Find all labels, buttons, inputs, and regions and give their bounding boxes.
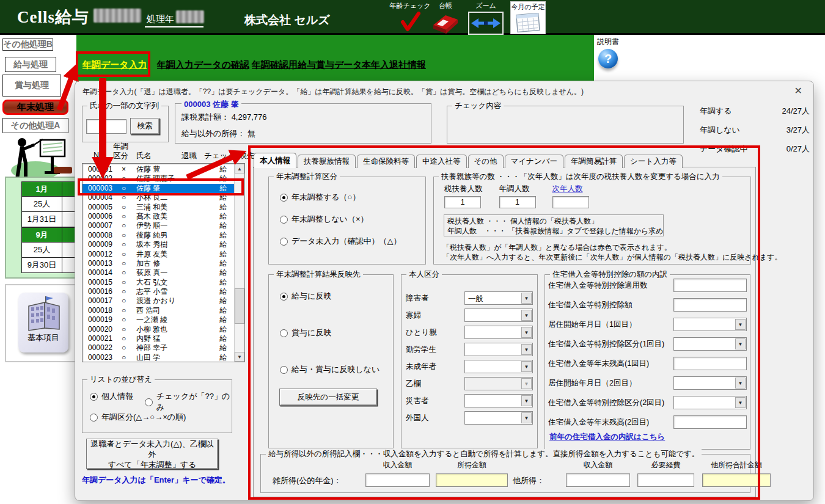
help-icon[interactable]: ? bbox=[598, 49, 618, 68]
ledger-tool[interactable]: 台帳 bbox=[429, 1, 462, 34]
reflect-option-bonus[interactable]: 賞与に反映 bbox=[280, 327, 331, 338]
tax-dependents-input[interactable] bbox=[444, 196, 481, 208]
schedule-tool[interactable]: 今月の予定 bbox=[510, 1, 546, 34]
list-item[interactable]: 000013 ○ 加古 修 給 bbox=[82, 259, 234, 268]
calc-option-dont[interactable]: 年末調整しない（×） bbox=[280, 214, 369, 225]
list-item[interactable]: 000012 ○ 井原 友美 給 bbox=[82, 250, 234, 259]
tabstrip: 本人情報 扶養親族情報 生命保険料等 中途入社等 その他 マイナンバー 年調簡易… bbox=[254, 153, 684, 168]
radio-icon bbox=[280, 216, 288, 224]
other-income-amount-input[interactable] bbox=[566, 473, 630, 487]
schedule-label: 今月の予定 bbox=[511, 2, 545, 12]
list-item[interactable]: 000015 ○ 大石 弘文 給 bbox=[82, 278, 234, 287]
housing-input[interactable] bbox=[673, 415, 747, 429]
calc-option-pending[interactable]: データ未入力（確認中）（△） bbox=[280, 236, 402, 247]
reflect-option-none[interactable]: 給与・賞与に反映しない bbox=[280, 364, 380, 375]
sort-option-kubun-order[interactable]: 年調区分(△→○→×の順) bbox=[90, 412, 186, 423]
chevron-down-icon: ▼ bbox=[521, 412, 532, 423]
manual-widget: 説明書 ? bbox=[594, 37, 622, 68]
honnin-select[interactable]: ▼ bbox=[464, 326, 533, 339]
reflect-option-salary[interactable]: 給与に反映 bbox=[280, 291, 331, 302]
list-item[interactable]: 000004 ○ 小林 良二 給 bbox=[82, 193, 234, 202]
housing-select[interactable]: ▼ bbox=[673, 337, 747, 351]
list-item[interactable]: 000008 ○ 後藤 純男 給 bbox=[82, 231, 234, 240]
basic-items-button[interactable]: 基本項目 bbox=[18, 293, 68, 352]
misc-income-calc-input[interactable] bbox=[436, 473, 508, 487]
list-item[interactable]: 000005 ○ 三浦 和美 給 bbox=[82, 203, 234, 212]
other-income-group-label: 給与所得以外の所得記入欄・・・収入金額を入力すると自動で所得を計算します。直接所… bbox=[266, 449, 702, 459]
list-item[interactable]: 000007 ○ 伊勢 順一 給 bbox=[82, 221, 234, 230]
list-item[interactable]: 000017 ○ 渡邉 かおり 給 bbox=[82, 296, 234, 305]
scrollbar-thumb[interactable] bbox=[235, 288, 244, 324]
next-year-dependents-input[interactable] bbox=[552, 196, 589, 208]
tab[interactable]: 本人情報 bbox=[254, 153, 296, 168]
scroll-down-icon[interactable]: ▼ bbox=[235, 352, 244, 362]
menu-link-confirm-payroll-data[interactable]: 年調確認用給与賞与データ bbox=[252, 59, 362, 71]
menu-link-hire-retire-info[interactable]: 本年入退社情報 bbox=[362, 59, 426, 71]
list-item[interactable]: 000022 ○ 神部 幸子 給 bbox=[82, 343, 234, 352]
search-button[interactable]: 検索 bbox=[130, 118, 160, 134]
list-item[interactable]: 000021 ○ 内野 猛 給 bbox=[82, 334, 234, 343]
other-income-total-input[interactable] bbox=[702, 473, 771, 487]
sidebar-button[interactable]: 給与処理 bbox=[5, 57, 56, 72]
honnin-select[interactable]: ▼ bbox=[464, 360, 533, 373]
housing-input[interactable] bbox=[673, 357, 747, 370]
zoom-label: ズーム bbox=[466, 1, 505, 10]
honnin-select[interactable]: 一般 ▼ bbox=[464, 291, 533, 305]
sidebar-button[interactable]: その他処理B bbox=[2, 38, 53, 51]
nencho-dependents-input[interactable] bbox=[499, 196, 536, 208]
list-item[interactable]: 000014 ○ 荻原 真一 給 bbox=[82, 268, 234, 277]
misc-income-amount-input[interactable] bbox=[365, 473, 430, 487]
list-item[interactable]: 000009 ○ 坂本 秀樹 給 bbox=[82, 240, 234, 249]
previous-year-housing-link[interactable]: 前年の住宅借入金の内訳はこちら bbox=[549, 432, 665, 442]
honnin-select[interactable]: ▼ bbox=[464, 377, 533, 390]
scroll-up-icon[interactable]: ▲ bbox=[235, 164, 244, 173]
tab[interactable]: その他 bbox=[468, 155, 504, 168]
calc-kubun-label: 年末調整計算区分 bbox=[274, 172, 340, 182]
sidebar-button[interactable]: 年末処理 bbox=[2, 100, 68, 115]
age-check-tool[interactable]: 年齢チェック bbox=[387, 1, 433, 32]
next-year-link-label[interactable]: 次年人数 bbox=[552, 184, 589, 194]
bulk-nencho-button[interactable]: 退職者とデータ未入力(△)、乙欄以外 すべて「年末調整」する bbox=[86, 439, 218, 469]
tab[interactable]: 中途入社等 bbox=[416, 155, 467, 168]
list-item[interactable]: 000016 ○ 志平 小雪 給 bbox=[82, 287, 234, 296]
zoom-tool[interactable]: ズーム bbox=[466, 1, 505, 35]
list-item[interactable]: 000001 × 佐藤 豊 給 bbox=[82, 165, 234, 174]
menu-link-input-data-check[interactable]: 年調入力データの確認 bbox=[157, 59, 249, 71]
housing-input[interactable] bbox=[673, 279, 747, 292]
calc-option-do[interactable]: 年末調整する（○） bbox=[280, 192, 360, 203]
chevron-down-icon: ▼ bbox=[521, 395, 532, 406]
other-income-label: 他所得： bbox=[513, 475, 544, 486]
close-icon[interactable]: ✕ bbox=[794, 85, 802, 97]
honnin-select[interactable]: ▼ bbox=[464, 343, 533, 356]
housing-select[interactable]: ▼ bbox=[673, 376, 747, 390]
list-item[interactable]: 000019 ○ 一之瀬 綾 給 bbox=[82, 315, 234, 324]
honnin-select[interactable]: ▼ bbox=[464, 411, 533, 425]
sidebar: 給与処理 賞与処理 年末処理 その他処理A その他処理B bbox=[0, 35, 76, 504]
menu-link-nencho-data-input[interactable]: 年調データ入力 bbox=[82, 59, 147, 71]
list-scrollbar[interactable]: ▲ ▼ bbox=[234, 164, 244, 362]
tab[interactable]: 年調簡易計算 bbox=[565, 155, 623, 168]
tab[interactable]: 生命保険料等 bbox=[357, 155, 415, 168]
tab[interactable]: 扶養親族情報 bbox=[298, 155, 356, 168]
list-item[interactable]: 000023 ○ 山田 学 給 bbox=[82, 353, 234, 362]
bulk-reflect-button[interactable]: 反映先の一括変更 bbox=[279, 389, 377, 406]
other-income-expense-input[interactable] bbox=[637, 473, 694, 487]
housing-select[interactable]: ▼ bbox=[673, 396, 747, 409]
list-item[interactable]: 000018 ○ 西 浩司 給 bbox=[82, 306, 234, 315]
housing-select[interactable]: ▼ bbox=[673, 318, 747, 331]
honnin-select[interactable]: ▼ bbox=[464, 309, 533, 322]
list-item[interactable]: 000003 ○ 佐藤 肇 給 bbox=[82, 184, 234, 193]
tax-dependents-field: 税扶養人数 bbox=[444, 184, 483, 208]
sort-option-check-only[interactable]: チェックが「??」のみ bbox=[145, 391, 232, 413]
list-item[interactable]: 000020 ○ 小柳 雅也 給 bbox=[82, 325, 234, 334]
tab[interactable]: シート入力等 bbox=[624, 155, 683, 168]
tab[interactable]: マイナンバー bbox=[505, 155, 563, 168]
list-item[interactable]: 000006 ○ 髙木 政美 給 bbox=[82, 212, 234, 221]
name-search-input[interactable] bbox=[86, 119, 127, 134]
honnin-row: 乙欄 ▼ bbox=[406, 377, 533, 390]
housing-input[interactable] bbox=[673, 298, 747, 312]
honnin-select[interactable]: ▼ bbox=[464, 394, 533, 407]
sidebar-button[interactable]: 賞与処理 bbox=[2, 75, 61, 97]
list-item[interactable]: 000002 ○ 佐藤 理恵子 給 bbox=[82, 174, 234, 183]
sort-option-personal[interactable]: 個人情報 bbox=[90, 391, 133, 402]
